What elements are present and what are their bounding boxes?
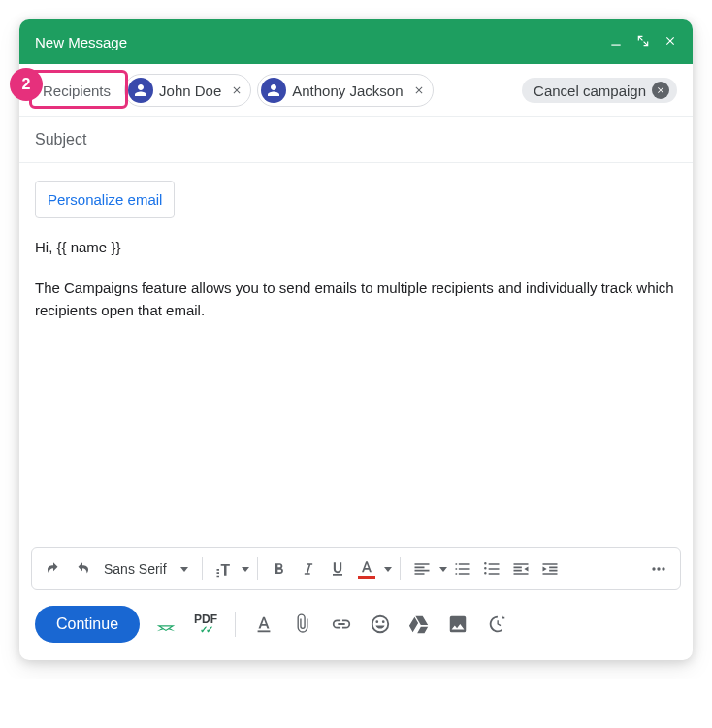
chevron-down-icon xyxy=(439,567,447,572)
bulleted-list-button[interactable] xyxy=(478,553,505,584)
minimize-icon[interactable] xyxy=(609,34,623,50)
remove-recipient-icon[interactable] xyxy=(231,84,243,96)
more-formatting-button[interactable] xyxy=(645,553,672,584)
svg-rect-1 xyxy=(258,630,271,632)
step-callout-badge: 2 xyxy=(10,68,43,101)
underline-button[interactable] xyxy=(324,553,351,584)
bold-button[interactable] xyxy=(266,553,293,584)
compose-header: New Message xyxy=(19,19,693,64)
chevron-down-icon xyxy=(180,567,188,572)
avatar-icon xyxy=(128,78,153,103)
compose-title: New Message xyxy=(35,34,609,50)
formatting-toolbar: Sans Serif xyxy=(31,547,681,590)
align-button[interactable] xyxy=(408,553,436,584)
schedule-send-icon[interactable] xyxy=(486,613,507,635)
attachment-icon[interactable] xyxy=(292,613,313,635)
indent-decrease-button[interactable] xyxy=(507,553,534,584)
continue-button[interactable]: Continue xyxy=(35,606,140,643)
text-format-icon[interactable] xyxy=(253,613,275,635)
pdf-icon[interactable]: PDF✓✓ xyxy=(194,613,217,635)
compose-action-row: Continue PDF✓✓ xyxy=(19,590,693,660)
recipients-label: Recipients xyxy=(35,77,118,105)
drive-icon[interactable] xyxy=(408,613,430,635)
recipients-row[interactable]: Recipients John Doe Anthony Jackson Canc… xyxy=(19,64,693,117)
subject-placeholder: Subject xyxy=(35,131,86,148)
close-icon[interactable] xyxy=(663,34,677,50)
numbered-list-button[interactable] xyxy=(449,553,476,584)
separator xyxy=(257,557,258,580)
emoji-icon[interactable] xyxy=(370,613,391,635)
personalize-email-button[interactable]: Personalize email xyxy=(35,181,175,218)
redo-button[interactable] xyxy=(69,553,96,584)
text-color-button[interactable] xyxy=(353,553,380,584)
recipient-chip[interactable]: Anthony Jackson xyxy=(257,74,433,107)
cancel-campaign-close-icon[interactable] xyxy=(652,82,669,99)
expand-icon[interactable] xyxy=(636,34,650,50)
recipient-chip-name: John Doe xyxy=(159,83,221,99)
separator xyxy=(202,557,203,580)
text-color-swatch xyxy=(358,576,375,579)
recipient-chip-name: Anthony Jackson xyxy=(292,83,403,99)
cancel-campaign-pill[interactable]: Cancel campaign xyxy=(522,78,677,103)
indent-increase-button[interactable] xyxy=(536,553,564,584)
body-greeting: Hi, {{ name }} xyxy=(35,236,677,258)
font-size-button[interactable] xyxy=(210,553,238,584)
image-icon[interactable] xyxy=(447,613,469,635)
separator xyxy=(235,612,236,637)
link-icon[interactable] xyxy=(331,613,352,635)
separator xyxy=(400,557,401,580)
italic-button[interactable] xyxy=(295,553,322,584)
compose-window: 2 New Message Recipients John Doe xyxy=(19,19,693,660)
cancel-campaign-label: Cancel campaign xyxy=(534,83,646,99)
body-paragraph: The Campaigns feature allows you to send… xyxy=(35,277,677,322)
font-family-value: Sans Serif xyxy=(104,561,167,577)
email-body-editor[interactable]: Personalize email Hi, {{ name }} The Cam… xyxy=(19,163,693,547)
chevron-down-icon xyxy=(384,567,392,572)
undo-button[interactable] xyxy=(40,553,67,584)
svg-rect-0 xyxy=(611,44,620,45)
remove-recipient-icon[interactable] xyxy=(413,84,425,96)
font-family-select[interactable]: Sans Serif xyxy=(98,561,194,577)
subject-field[interactable]: Subject xyxy=(19,117,693,163)
chevron-down-icon xyxy=(242,567,249,572)
avatar-icon xyxy=(261,78,286,103)
signature-icon[interactable] xyxy=(155,613,177,635)
recipient-chip[interactable]: John Doe xyxy=(124,74,251,107)
